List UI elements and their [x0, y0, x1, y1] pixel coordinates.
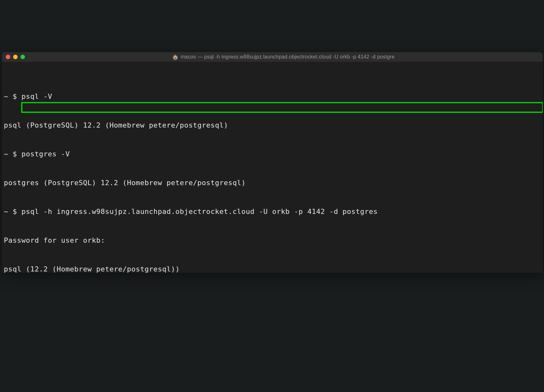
terminal-body[interactable]: ~ $ psql -V psql (PostgreSQL) 12.2 (Home… [2, 62, 543, 273]
terminal-line: Password for user orkb: [4, 236, 543, 245]
terminal-window: 🏠 macos — psql -h ingress.w98sujpz.launc… [2, 52, 543, 273]
maximize-button[interactable] [20, 55, 25, 59]
title-bar[interactable]: 🏠 macos — psql -h ingress.w98sujpz.launc… [2, 52, 543, 62]
window-title-text: macos — psql -h ingress.w98sujpz.launchp… [180, 54, 395, 60]
close-button[interactable] [6, 55, 10, 59]
terminal-line: psql (12.2 (Homebrew petere/postgresql)) [4, 264, 543, 273]
terminal-line: ~ $ psql -V [4, 92, 543, 101]
highlight-annotation [21, 102, 543, 113]
minimize-button[interactable] [13, 55, 18, 59]
terminal-line: postgres (PostgreSQL) 12.2 (Homebrew pet… [4, 178, 543, 188]
window-title: 🏠 macos — psql -h ingress.w98sujpz.launc… [28, 54, 539, 60]
terminal-line: psql (PostgreSQL) 12.2 (Homebrew petere/… [4, 121, 543, 130]
terminal-line: ~ $ postgres -V [4, 149, 543, 159]
home-icon: 🏠 [172, 54, 179, 60]
terminal-line: ~ $ psql -h ingress.w98sujpz.launchpad.o… [4, 207, 543, 216]
